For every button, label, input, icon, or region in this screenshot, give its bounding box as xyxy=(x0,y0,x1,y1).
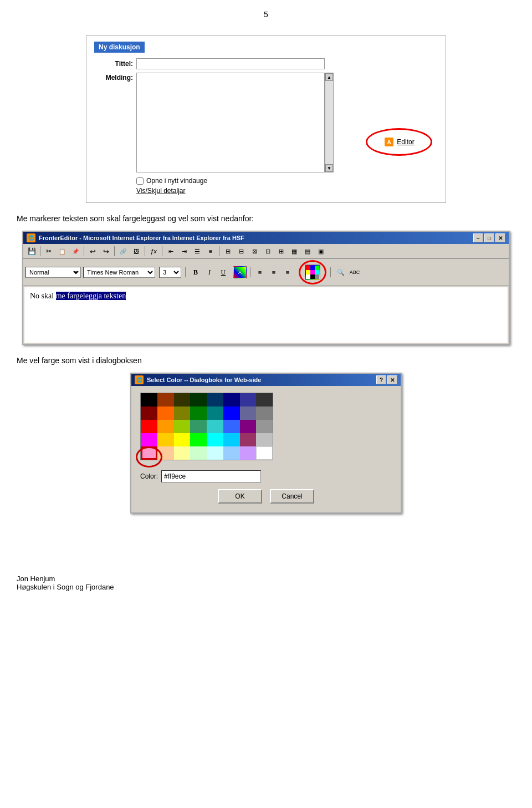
link-button[interactable] xyxy=(117,245,129,257)
font-color-icon: A xyxy=(238,270,242,275)
table-opt6-button[interactable]: ▤ xyxy=(301,245,314,257)
minimize-button[interactable]: − xyxy=(473,233,483,242)
tittel-input[interactable] xyxy=(136,58,325,69)
cut-button[interactable] xyxy=(43,245,55,257)
color-cell-0-7[interactable] xyxy=(256,393,273,406)
color-input-field[interactable] xyxy=(161,470,261,482)
maximize-button[interactable]: □ xyxy=(484,233,494,242)
align-left-button[interactable]: ≡ xyxy=(254,267,266,278)
color-cell-2-3[interactable] xyxy=(190,420,207,433)
color-row-2 xyxy=(141,420,273,433)
color-cell-4-3[interactable] xyxy=(190,446,207,460)
fx-button[interactable] xyxy=(147,245,160,257)
color-cell-2-2[interactable] xyxy=(174,420,191,433)
list-ol-button[interactable]: ≡ xyxy=(204,245,217,257)
footer-org: Høgskulen i Sogn og Fjordane xyxy=(17,583,515,591)
color-cell-0-6[interactable] xyxy=(240,393,257,406)
color-cell-2-1[interactable] xyxy=(157,420,174,433)
color-cell-0-2[interactable] xyxy=(174,393,191,406)
bold-button[interactable]: B xyxy=(190,267,202,278)
indent-left-button[interactable]: ⇤ xyxy=(165,245,177,257)
color-cell-2-6[interactable] xyxy=(240,420,257,433)
open-new-window-checkbox[interactable] xyxy=(136,177,144,185)
ok-button[interactable]: OK xyxy=(218,489,262,504)
color-cell-4-1[interactable] xyxy=(157,446,174,460)
color-cell-1-5[interactable] xyxy=(223,406,240,420)
color-cell-0-1[interactable] xyxy=(157,393,174,406)
copy-button[interactable] xyxy=(56,245,68,257)
scrollbar[interactable]: ▲ ▼ xyxy=(325,73,334,172)
image-icon xyxy=(134,248,139,255)
color-cell-1-2[interactable] xyxy=(174,406,191,420)
dialog-body: Color: OK Cancel xyxy=(131,386,401,512)
vis-skjul-link[interactable]: Vis/Skjul detaljar xyxy=(136,187,186,195)
font-color-button[interactable]: A xyxy=(233,266,247,278)
color-cell-3-3[interactable] xyxy=(190,433,207,446)
paste-button[interactable] xyxy=(69,245,81,257)
save-button[interactable] xyxy=(25,245,38,257)
color-cell-3-2[interactable] xyxy=(174,433,191,446)
color-cell-4-6[interactable] xyxy=(240,446,257,460)
table-opt4-button[interactable]: ⊞ xyxy=(275,245,287,257)
color-cell-3-6[interactable] xyxy=(240,433,257,446)
dialog-help-button[interactable]: ? xyxy=(376,375,386,384)
color-cell-1-1[interactable] xyxy=(157,406,174,420)
color-cell-0-4[interactable] xyxy=(207,393,223,406)
color-cell-1-4[interactable] xyxy=(207,406,223,420)
indent-right-button[interactable]: ⇥ xyxy=(178,245,190,257)
font-name-select[interactable]: Times New Roman xyxy=(83,267,155,278)
color-cell-1-3[interactable] xyxy=(190,406,207,420)
color-cell-2-7[interactable] xyxy=(256,420,273,433)
list-ul-button[interactable]: ☰ xyxy=(191,245,203,257)
color-cell-2-4[interactable] xyxy=(207,420,223,433)
color-cell-0-5[interactable] xyxy=(223,393,240,406)
italic-button[interactable]: I xyxy=(203,267,216,278)
redo-button[interactable] xyxy=(100,245,112,257)
melding-textarea[interactable] xyxy=(136,73,325,172)
color-cell-0-0[interactable] xyxy=(141,393,157,406)
table-opt2-button[interactable]: ⊠ xyxy=(248,245,260,257)
color-cell-0-3[interactable] xyxy=(190,393,207,406)
color-cell-2-5[interactable] xyxy=(223,420,240,433)
align-left-icon: ≡ xyxy=(258,269,262,276)
find-button[interactable]: 🔍 xyxy=(335,266,347,278)
dialog-close-button[interactable]: ✕ xyxy=(387,375,397,384)
color-cell-4-5[interactable] xyxy=(223,446,240,460)
color-cell-3-4[interactable] xyxy=(207,433,223,446)
align-right-icon: ≡ xyxy=(286,269,289,276)
color-cell-3-1[interactable] xyxy=(157,433,174,446)
color-cell-4-0[interactable] xyxy=(141,446,157,460)
underline-button[interactable]: U xyxy=(217,267,229,278)
table-opt1-button[interactable]: ⊟ xyxy=(235,245,247,257)
editor-link[interactable]: A Editor xyxy=(383,136,414,148)
align-right-button[interactable]: ≡ xyxy=(282,267,294,278)
table-button[interactable]: ⊞ xyxy=(222,245,234,257)
color-cell-1-7[interactable] xyxy=(256,406,273,420)
color-cell-4-4[interactable] xyxy=(207,446,223,460)
font-style-select[interactable]: Normal xyxy=(25,267,81,278)
close-button[interactable]: ✕ xyxy=(495,233,505,242)
scroll-up-arrow[interactable]: ▲ xyxy=(325,73,333,81)
table-opt7-button[interactable]: ▣ xyxy=(315,245,327,257)
color-cell-3-0[interactable] xyxy=(141,433,157,446)
image-button[interactable] xyxy=(130,245,142,257)
color-cell-2-0[interactable] xyxy=(141,420,157,433)
highlight-color-button[interactable] xyxy=(305,265,320,280)
font-size-select[interactable]: 3 xyxy=(159,267,181,278)
table-opt5-icon: ▦ xyxy=(291,248,297,255)
color-cell-1-0[interactable] xyxy=(141,406,157,420)
color-cell-4-2[interactable] xyxy=(174,446,191,460)
color-cell-3-5[interactable] xyxy=(223,433,240,446)
spell-button[interactable]: ABC xyxy=(349,266,361,278)
table-opt5-button[interactable]: ▦ xyxy=(288,245,300,257)
color-cell-3-7[interactable] xyxy=(256,433,273,446)
ny-diskusjon-form: Ny diskusjon Tittel: Melding: ▲ ▼ xyxy=(86,35,446,203)
undo-button[interactable] xyxy=(86,245,99,257)
align-center-button[interactable]: ≡ xyxy=(268,267,280,278)
editor-content-area[interactable]: No skal me fargeleggja teksten xyxy=(24,287,508,343)
color-cell-4-7[interactable] xyxy=(256,446,273,460)
color-cell-1-6[interactable] xyxy=(240,406,257,420)
cancel-button[interactable]: Cancel xyxy=(270,489,314,504)
table-opt3-button[interactable]: ⊡ xyxy=(262,245,274,257)
scroll-down-arrow[interactable]: ▼ xyxy=(325,164,333,172)
